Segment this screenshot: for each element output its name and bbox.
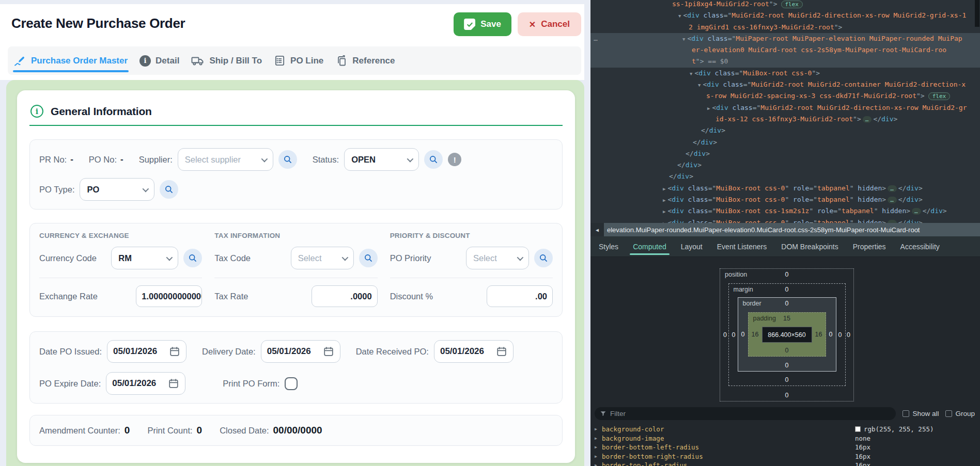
dom-tree-line[interactable]: </div>	[590, 159, 980, 171]
dom-tree-line[interactable]: 2 imgGird1 css-16fnxy3-MuiGrid2-root">	[590, 22, 980, 33]
group-input[interactable]: 1.0000000000000	[136, 285, 202, 307]
filter-input[interactable]: Filter	[595, 407, 896, 420]
code-token: </	[898, 219, 907, 223]
dom-tree-line[interactable]: ▶<div class="MuiBox-root css-0" role="ta…	[590, 217, 980, 223]
devtools-tab-accessibility[interactable]: Accessibility	[895, 236, 945, 256]
dom-tree-line[interactable]: </div>	[590, 171, 980, 182]
box-model-margin-ring[interactable]: margin 0 0 0 0 border 0 0 0 0 padding	[728, 283, 846, 386]
tab-po-line[interactable]: PO Line	[273, 46, 324, 75]
code-token: </	[898, 196, 907, 203]
devtools-tab-event-listeners[interactable]: Event Listeners	[712, 236, 772, 256]
group-search-button[interactable]	[359, 249, 378, 267]
expand-arrow-icon[interactable]: ▶	[595, 461, 597, 466]
dom-tree-line[interactable]: ▼<div class="MuiGrid2-root MuiGrid2-dire…	[590, 10, 980, 21]
po-type-search-button[interactable]	[160, 180, 178, 199]
group-search-button[interactable]	[534, 249, 553, 267]
dom-tree-line[interactable]: t"> == $0	[590, 56, 980, 67]
group-checkbox[interactable]	[945, 410, 952, 417]
code-token: MuiBox-root css-0	[716, 184, 785, 192]
group-input[interactable]: .00	[487, 285, 553, 307]
dom-tree-line[interactable]: ▼<div class="MuiBox-root css-0">	[590, 68, 980, 79]
code-token: class	[699, 11, 724, 19]
computed-property-row[interactable]: ▶border-top-left-radius16px	[590, 461, 980, 466]
group-select[interactable]: Select	[291, 247, 354, 269]
dom-tree-line[interactable]: ss-1pi8xg4-MuiGrid2-root">flex	[590, 0, 980, 10]
dom-tree-line[interactable]: s-row MuiGrid2-spacing-xs-3 css-dkd71f-M…	[590, 90, 980, 102]
expand-arrow-icon[interactable]: ▶	[595, 425, 597, 434]
dom-tree-line[interactable]: </div>	[590, 125, 980, 136]
devtools-tab-computed[interactable]: Computed	[628, 236, 672, 256]
devtools-tab-dom-breakpoints[interactable]: DOM Breakpoints	[776, 236, 843, 256]
computed-property-row[interactable]: ▶border-bottom-right-radius16px	[590, 452, 980, 461]
box-model-position-ring[interactable]: position 0 0 0 0 margin 0 0 0 0 border 0	[720, 268, 854, 401]
flex-badge[interactable]: flex	[781, 1, 803, 8]
dom-tree-line[interactable]: er-elevation0 MuiCard-root css-2s58ym-Mu…	[590, 44, 980, 56]
code-token[interactable]: ▼	[698, 83, 701, 88]
breadcrumb-back-button[interactable]: ◀	[590, 223, 604, 236]
summary-label: Print Count:	[147, 426, 192, 436]
save-button[interactable]: Save	[454, 12, 511, 36]
collapsed-content-icon[interactable]: …	[888, 185, 897, 192]
supplier-search-button[interactable]	[278, 150, 297, 169]
date-label: PO Expire Date:	[39, 379, 101, 389]
devtools-tab-layout[interactable]: Layout	[676, 236, 708, 256]
dom-tree-line[interactable]: ▼<div class="MuiGrid2-root MuiGrid2-cont…	[590, 79, 980, 90]
date-input[interactable]: 05/01/2026	[107, 340, 186, 363]
dom-tree-line[interactable]: ▶<div class="MuiBox-root css-1sm2s1z" ro…	[590, 205, 980, 217]
code-token[interactable]: ▶	[663, 186, 665, 191]
status-select[interactable]: OPEN	[344, 148, 419, 171]
dom-tree-line[interactable]: ▶<div class="MuiGrid2-root MuiGrid2-dire…	[590, 102, 980, 114]
dom-tree-line[interactable]: ▶<div class="MuiBox-root css-0" role="ta…	[590, 183, 980, 194]
computed-property-row[interactable]: ▶background-colorrgb(255, 255, 255)	[590, 425, 980, 434]
po-type-select[interactable]: PO	[80, 178, 154, 201]
group-divider	[39, 278, 202, 278]
devtools-tab-properties[interactable]: Properties	[848, 236, 891, 256]
date-input[interactable]: 05/01/2026	[106, 372, 185, 395]
collapsed-content-icon[interactable]: …	[912, 208, 921, 215]
group-search-button[interactable]	[183, 249, 202, 267]
code-token: "	[850, 219, 858, 223]
box-model-content[interactable]: 866.400×560	[762, 327, 812, 343]
dom-tree-line[interactable]: </div>	[590, 148, 980, 159]
computed-property-row[interactable]: ▶border-bottom-left-radius16px	[590, 443, 980, 452]
breadcrumb[interactable]: elevation.MuiPaper-rounded.MuiPaper-elev…	[604, 226, 920, 234]
code-token: role	[817, 207, 833, 215]
date-input[interactable]: 05/01/2026	[434, 340, 514, 363]
collapsed-content-icon[interactable]: …	[888, 197, 897, 203]
scrollbar-thumb[interactable]	[975, 0, 979, 27]
box-model-padding-ring[interactable]: padding 15 0 16 16 866.400×560	[748, 312, 826, 357]
code-token[interactable]: ▼	[682, 37, 685, 42]
dom-tree-line[interactable]: …▼<div class="MuiPaper-root MuiPaper-ele…	[590, 33, 980, 44]
tab-purchase-order-master[interactable]: Purchase Order Master	[13, 46, 129, 75]
expand-arrow-icon[interactable]: ▶	[595, 434, 597, 443]
group-select[interactable]: Select	[466, 247, 529, 269]
group-select[interactable]: RM	[111, 247, 178, 269]
print-po-checkbox[interactable]	[285, 377, 298, 390]
group-input[interactable]: .0000	[312, 285, 378, 307]
cancel-button[interactable]: ✕ Cancel	[518, 12, 581, 36]
code-token[interactable]: ▼	[678, 13, 681, 19]
tab-ship-bill-to[interactable]: Ship / Bill To	[190, 46, 263, 75]
dates-row-2: PO Expire Date: 05/01/2026 Print PO Form…	[39, 372, 553, 395]
date-input[interactable]: 05/01/2026	[261, 340, 340, 363]
dom-tree-line[interactable]: id-xs-12 css-16fnxy3-MuiGrid2-root">…</d…	[590, 114, 980, 125]
code-token[interactable]: ▶	[707, 106, 710, 111]
tab-reference[interactable]: Reference	[334, 46, 396, 75]
code-token[interactable]: ▶	[663, 198, 665, 203]
code-token[interactable]: ▼	[690, 71, 692, 76]
supplier-select[interactable]: Select supplier	[178, 148, 273, 171]
expand-arrow-icon[interactable]: ▶	[595, 452, 597, 461]
box-model-border-ring[interactable]: border 0 0 0 0 padding 15 0 16 16	[738, 297, 836, 372]
status-search-button[interactable]	[424, 150, 443, 169]
dom-tree-line[interactable]: </div>	[590, 137, 980, 148]
show-all-checkbox[interactable]	[903, 410, 909, 417]
devtools-tab-styles[interactable]: Styles	[594, 236, 624, 256]
tab-detail[interactable]: iDetail	[138, 46, 180, 75]
gutter-ellipsis[interactable]: …	[594, 33, 598, 44]
dom-tree-line[interactable]: ▶<div class="MuiBox-root css-0" role="ta…	[590, 194, 980, 205]
computed-property-row[interactable]: ▶background-imagenone	[590, 434, 980, 443]
code-token[interactable]: ▶	[663, 209, 665, 214]
flex-badge[interactable]: flex	[928, 92, 951, 100]
expand-arrow-icon[interactable]: ▶	[595, 443, 597, 452]
collapsed-content-icon[interactable]: …	[863, 116, 872, 123]
